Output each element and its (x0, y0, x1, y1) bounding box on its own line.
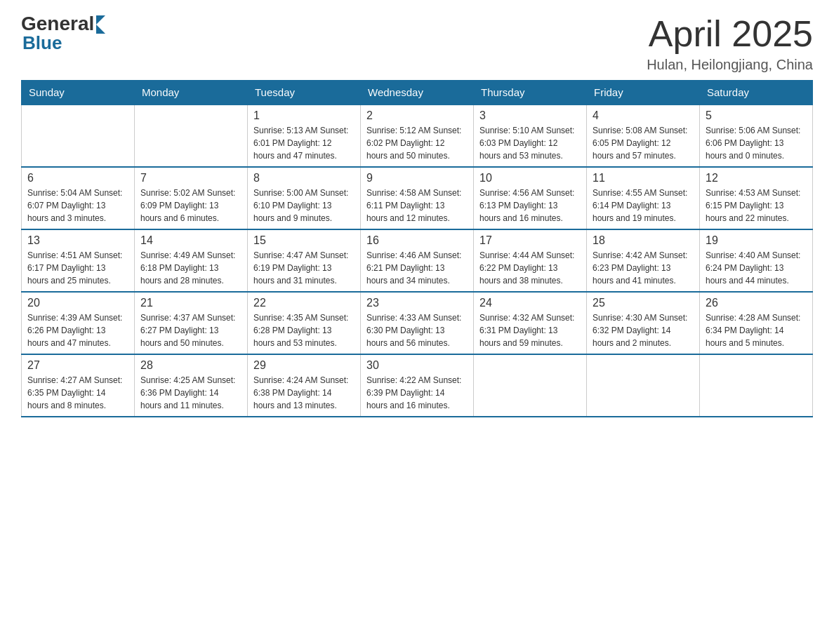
day-number: 27 (27, 359, 128, 372)
day-number: 21 (140, 297, 241, 309)
day-info: Sunrise: 5:10 AM Sunset: 6:03 PM Dayligh… (479, 124, 581, 162)
day-of-week-header: Thursday (474, 81, 587, 105)
day-number: 2 (366, 109, 468, 122)
day-of-week-header: Friday (587, 81, 700, 105)
calendar-day-cell (700, 354, 813, 417)
day-info: Sunrise: 4:49 AM Sunset: 6:18 PM Dayligh… (140, 249, 241, 287)
calendar-day-cell: 23Sunrise: 4:33 AM Sunset: 6:30 PM Dayli… (361, 292, 474, 354)
day-info: Sunrise: 5:06 AM Sunset: 6:06 PM Dayligh… (706, 124, 807, 162)
day-number: 14 (140, 234, 241, 247)
calendar-day-cell: 6Sunrise: 5:04 AM Sunset: 6:07 PM Daylig… (22, 167, 135, 229)
day-info: Sunrise: 4:25 AM Sunset: 6:36 PM Dayligh… (140, 374, 241, 412)
day-number: 1 (253, 109, 355, 122)
calendar-day-cell: 30Sunrise: 4:22 AM Sunset: 6:39 PM Dayli… (361, 354, 474, 417)
day-number: 5 (706, 109, 807, 122)
calendar-day-cell: 19Sunrise: 4:40 AM Sunset: 6:24 PM Dayli… (700, 229, 813, 292)
day-number: 15 (253, 234, 355, 247)
day-of-week-header: Sunday (22, 81, 135, 105)
day-of-week-header: Wednesday (361, 81, 474, 105)
day-info: Sunrise: 4:24 AM Sunset: 6:38 PM Dayligh… (253, 374, 355, 412)
logo-blue-text: Blue (22, 34, 105, 52)
calendar-week-row: 13Sunrise: 4:51 AM Sunset: 6:17 PM Dayli… (22, 229, 813, 292)
calendar-day-cell: 11Sunrise: 4:55 AM Sunset: 6:14 PM Dayli… (587, 167, 700, 229)
day-info: Sunrise: 4:37 AM Sunset: 6:27 PM Dayligh… (140, 311, 241, 349)
page-header: General Blue April 2025 Hulan, Heilongji… (21, 14, 813, 73)
day-number: 30 (366, 359, 468, 372)
calendar-day-cell: 15Sunrise: 4:47 AM Sunset: 6:19 PM Dayli… (248, 229, 361, 292)
day-info: Sunrise: 4:53 AM Sunset: 6:15 PM Dayligh… (706, 187, 807, 224)
calendar-day-cell: 9Sunrise: 4:58 AM Sunset: 6:11 PM Daylig… (361, 167, 474, 229)
day-number: 23 (366, 297, 468, 309)
day-number: 20 (27, 297, 128, 309)
calendar-day-cell: 1Sunrise: 5:13 AM Sunset: 6:01 PM Daylig… (248, 105, 361, 167)
day-info: Sunrise: 4:47 AM Sunset: 6:19 PM Dayligh… (253, 249, 355, 287)
calendar-day-cell: 24Sunrise: 4:32 AM Sunset: 6:31 PM Dayli… (474, 292, 587, 354)
calendar-day-cell: 5Sunrise: 5:06 AM Sunset: 6:06 PM Daylig… (700, 105, 813, 167)
day-number: 8 (253, 172, 355, 185)
calendar-day-cell: 12Sunrise: 4:53 AM Sunset: 6:15 PM Dayli… (700, 167, 813, 229)
day-info: Sunrise: 4:40 AM Sunset: 6:24 PM Dayligh… (706, 249, 807, 287)
day-info: Sunrise: 4:28 AM Sunset: 6:34 PM Dayligh… (706, 311, 807, 349)
day-info: Sunrise: 5:12 AM Sunset: 6:02 PM Dayligh… (366, 124, 468, 162)
calendar-day-cell: 26Sunrise: 4:28 AM Sunset: 6:34 PM Dayli… (700, 292, 813, 354)
day-of-week-header: Saturday (700, 81, 813, 105)
day-number: 29 (253, 359, 355, 372)
day-number: 17 (479, 234, 581, 247)
logo: General Blue (21, 14, 105, 52)
day-info: Sunrise: 4:46 AM Sunset: 6:21 PM Dayligh… (366, 249, 468, 287)
day-number: 19 (706, 234, 807, 247)
day-number: 22 (253, 297, 355, 309)
calendar-table: SundayMondayTuesdayWednesdayThursdayFrid… (21, 80, 813, 417)
calendar-day-cell: 21Sunrise: 4:37 AM Sunset: 6:27 PM Dayli… (135, 292, 248, 354)
day-info: Sunrise: 5:13 AM Sunset: 6:01 PM Dayligh… (253, 124, 355, 162)
calendar-week-row: 6Sunrise: 5:04 AM Sunset: 6:07 PM Daylig… (22, 167, 813, 229)
calendar-day-cell: 7Sunrise: 5:02 AM Sunset: 6:09 PM Daylig… (135, 167, 248, 229)
calendar-day-cell: 22Sunrise: 4:35 AM Sunset: 6:28 PM Dayli… (248, 292, 361, 354)
day-info: Sunrise: 4:44 AM Sunset: 6:22 PM Dayligh… (479, 249, 581, 287)
day-number: 12 (706, 172, 807, 185)
calendar-week-row: 27Sunrise: 4:27 AM Sunset: 6:35 PM Dayli… (22, 354, 813, 417)
day-number: 9 (366, 172, 468, 185)
calendar-day-cell: 17Sunrise: 4:44 AM Sunset: 6:22 PM Dayli… (474, 229, 587, 292)
day-of-week-header: Tuesday (248, 81, 361, 105)
calendar-day-cell: 14Sunrise: 4:49 AM Sunset: 6:18 PM Dayli… (135, 229, 248, 292)
day-number: 6 (27, 172, 128, 185)
day-number: 24 (479, 297, 581, 309)
day-info: Sunrise: 4:55 AM Sunset: 6:14 PM Dayligh… (593, 187, 694, 224)
day-number: 7 (140, 172, 241, 185)
calendar-week-row: 1Sunrise: 5:13 AM Sunset: 6:01 PM Daylig… (22, 105, 813, 167)
title-block: April 2025 Hulan, Heilongjiang, China (647, 14, 813, 73)
day-info: Sunrise: 5:04 AM Sunset: 6:07 PM Dayligh… (27, 187, 128, 224)
day-info: Sunrise: 4:58 AM Sunset: 6:11 PM Dayligh… (366, 187, 468, 224)
day-number: 13 (27, 234, 128, 247)
day-number: 10 (479, 172, 581, 185)
calendar-day-cell (135, 105, 248, 167)
calendar-day-cell: 2Sunrise: 5:12 AM Sunset: 6:02 PM Daylig… (361, 105, 474, 167)
logo-general-text: General (21, 14, 94, 34)
calendar-day-cell: 3Sunrise: 5:10 AM Sunset: 6:03 PM Daylig… (474, 105, 587, 167)
day-info: Sunrise: 5:08 AM Sunset: 6:05 PM Dayligh… (593, 124, 694, 162)
calendar-day-cell (22, 105, 135, 167)
month-title: April 2025 (647, 14, 813, 54)
day-number: 4 (593, 109, 694, 122)
calendar-day-cell: 28Sunrise: 4:25 AM Sunset: 6:36 PM Dayli… (135, 354, 248, 417)
day-info: Sunrise: 4:39 AM Sunset: 6:26 PM Dayligh… (27, 311, 128, 349)
calendar-day-cell: 13Sunrise: 4:51 AM Sunset: 6:17 PM Dayli… (22, 229, 135, 292)
calendar-day-cell: 18Sunrise: 4:42 AM Sunset: 6:23 PM Dayli… (587, 229, 700, 292)
calendar-header-row: SundayMondayTuesdayWednesdayThursdayFrid… (22, 81, 813, 105)
day-info: Sunrise: 4:35 AM Sunset: 6:28 PM Dayligh… (253, 311, 355, 349)
day-info: Sunrise: 4:42 AM Sunset: 6:23 PM Dayligh… (593, 249, 694, 287)
day-number: 18 (593, 234, 694, 247)
day-number: 3 (479, 109, 581, 122)
day-number: 25 (593, 297, 694, 309)
day-info: Sunrise: 4:30 AM Sunset: 6:32 PM Dayligh… (593, 311, 694, 349)
calendar-day-cell: 4Sunrise: 5:08 AM Sunset: 6:05 PM Daylig… (587, 105, 700, 167)
calendar-day-cell: 20Sunrise: 4:39 AM Sunset: 6:26 PM Dayli… (22, 292, 135, 354)
day-number: 16 (366, 234, 468, 247)
location-subtitle: Hulan, Heilongjiang, China (647, 57, 813, 73)
day-of-week-header: Monday (135, 81, 248, 105)
calendar-day-cell: 29Sunrise: 4:24 AM Sunset: 6:38 PM Dayli… (248, 354, 361, 417)
day-info: Sunrise: 4:51 AM Sunset: 6:17 PM Dayligh… (27, 249, 128, 287)
day-info: Sunrise: 4:32 AM Sunset: 6:31 PM Dayligh… (479, 311, 581, 349)
day-info: Sunrise: 4:27 AM Sunset: 6:35 PM Dayligh… (27, 374, 128, 412)
